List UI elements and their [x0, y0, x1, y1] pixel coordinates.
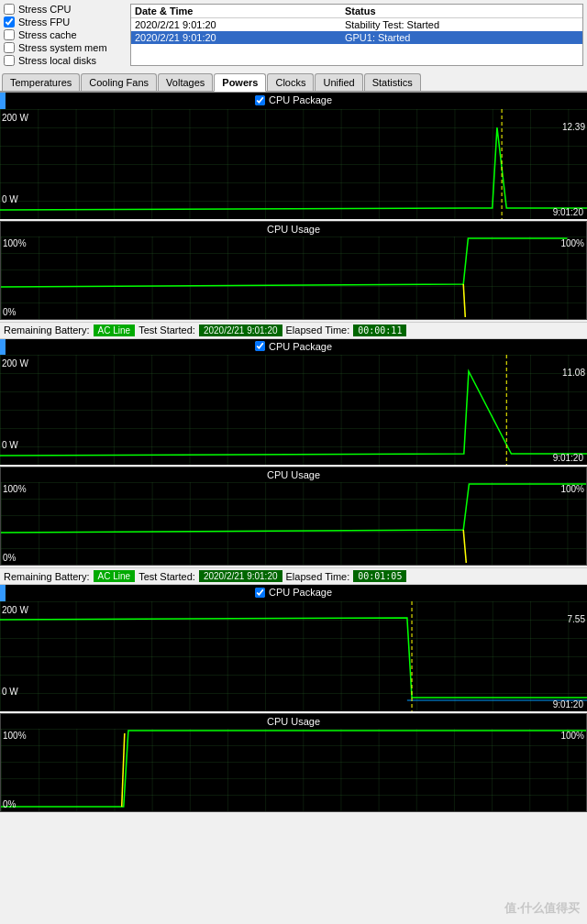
- tab-unified[interactable]: Unified: [315, 73, 362, 91]
- panel-1-power-y-min: 0 W: [2, 194, 18, 204]
- tab-voltages[interactable]: Voltages: [158, 73, 213, 91]
- stress-cpu-label[interactable]: Stress CPU: [4, 4, 123, 15]
- panel-1-elapsed-label: Elapsed Time:: [286, 324, 350, 336]
- panel-2-usage-grid: [1, 482, 586, 565]
- panel-2-usage-y-min: 0%: [3, 553, 16, 563]
- panel-2-elapsed-label: Elapsed Time:: [286, 571, 350, 582]
- panel-2-power-checkbox[interactable]: [255, 341, 265, 351]
- panel-1-power-value: 12.39: [562, 122, 585, 132]
- panel-3-usage-value: 100%: [560, 731, 584, 741]
- panel-2-test-date: 2020/2/21 9:01:20: [199, 570, 282, 582]
- panel-1-power-title-inner: CPU Package: [255, 94, 332, 105]
- panel-1-remaining-label: Remaining Battery:: [4, 324, 90, 336]
- panel-1-power-outer: CPU Package 200 W: [0, 93, 587, 219]
- log-row-2[interactable]: 2020/2/21 9:01:20 GPU1: Started: [131, 31, 582, 44]
- panel-1-test-started-label: Test Started:: [138, 324, 195, 336]
- panel-3-power-y-max: 200 W: [2, 605, 28, 615]
- panel-2-ac-line: AC Line: [94, 570, 136, 582]
- panel-3-power-time: 9:01:20: [553, 699, 583, 710]
- panel-3-power-title-inner: CPU Package: [255, 587, 332, 598]
- panel-1-test-date: 2020/2/21 9:01:20: [199, 324, 282, 336]
- panel-3: CPU Package 200 W: [0, 585, 587, 812]
- svg-rect-3: [0, 355, 587, 465]
- panel-2-power-grid: [0, 355, 587, 465]
- panel-2-power-y-min: 0 W: [2, 440, 18, 450]
- panel-1-status: Remaining Battery: AC Line Test Started:…: [0, 322, 587, 339]
- panel-3-usage-y-min: 0%: [3, 799, 16, 809]
- svg-rect-2: [1, 236, 586, 319]
- panel-2-power-chart: CPU Package 200 W 0 W 11.08 9:0: [0, 339, 587, 466]
- panel-1-usage-grid: [1, 236, 586, 319]
- panel-2-power-time: 9:01:20: [553, 453, 583, 463]
- panel-3-power-grid: [0, 601, 587, 711]
- panel-3-power-checkbox[interactable]: [255, 588, 265, 598]
- panel-3-power-area: 200 W 0 W 7.55 9:01:20: [0, 601, 587, 711]
- stress-cache-checkbox[interactable]: [4, 29, 15, 40]
- tab-powers[interactable]: Powers: [214, 73, 266, 92]
- panel-2-usage-title: CPU Usage: [1, 468, 586, 482]
- log-table: Date & Time Status 2020/2/21 9:01:20 Sta…: [130, 4, 583, 66]
- panel-1-usage-y-max: 100%: [3, 238, 27, 248]
- stress-mem-label[interactable]: Stress system mem: [4, 42, 123, 53]
- stress-options: Stress CPU Stress FPU Stress cache Stres…: [4, 4, 123, 66]
- panel-2-power-title-inner: CPU Package: [255, 341, 332, 352]
- panel-1-power-title: CPU Package: [0, 93, 587, 109]
- stress-cpu-checkbox[interactable]: [4, 4, 15, 15]
- panel-2-power-area: 200 W 0 W 11.08 9:01:20: [0, 355, 587, 465]
- log-row-1[interactable]: 2020/2/21 9:01:20 Stability Test: Starte…: [131, 18, 582, 32]
- panel-1-elapsed-time: 00:00:11: [353, 324, 406, 336]
- panel-1-power-checkbox[interactable]: [255, 95, 265, 105]
- log-datetime-2: 2020/2/21 9:01:20: [131, 31, 341, 44]
- panel-2-power-value: 11.08: [562, 368, 585, 378]
- panel-1-power-grid: [0, 109, 587, 219]
- panel-1-power-y-max: 200 W: [2, 113, 28, 123]
- panel-3-power-title: CPU Package: [0, 585, 587, 601]
- panel-1-usage-panel: CPU Usage 100% 0% 100%: [0, 221, 587, 320]
- tab-bar: Temperatures Cooling Fans Voltages Power…: [0, 72, 587, 93]
- panel-1-power-area: 200 W 0 W 12.39 9:01:20: [0, 109, 587, 219]
- tab-statistics[interactable]: Statistics: [364, 73, 421, 91]
- stress-mem-checkbox[interactable]: [4, 42, 15, 53]
- stress-cache-label[interactable]: Stress cache: [4, 29, 123, 40]
- panel-2-usage-value: 100%: [560, 484, 584, 494]
- panel-1-usage-area: 100% 0% 100%: [1, 236, 586, 319]
- panel-3-power-y-min: 0 W: [2, 687, 18, 697]
- panel-1-usage-title: CPU Usage: [1, 222, 586, 236]
- panel-3-power-label: CPU Package: [269, 587, 332, 598]
- stress-fpu-label[interactable]: Stress FPU: [4, 16, 123, 28]
- tab-clocks[interactable]: Clocks: [267, 73, 314, 91]
- panel-3-power-chart: CPU Package 200 W: [0, 585, 587, 711]
- svg-rect-5: [1, 482, 586, 565]
- stress-fpu-checkbox[interactable]: [4, 16, 15, 28]
- panel-3-power-outer: CPU Package 200 W: [0, 585, 587, 711]
- svg-rect-0: [0, 109, 587, 219]
- panel-2-elapsed-time: 00:01:05: [353, 570, 406, 582]
- panel-2-remaining-label: Remaining Battery:: [4, 571, 90, 582]
- panel-1-power-chart: CPU Package 200 W: [0, 93, 587, 219]
- panel-2-power-label: CPU Package: [269, 341, 332, 352]
- log-status-1: Stability Test: Started: [341, 18, 582, 32]
- log-datetime-1: 2020/2/21 9:01:20: [131, 18, 341, 32]
- tab-temperatures[interactable]: Temperatures: [2, 73, 80, 91]
- panel-3-power-value: 7.55: [568, 614, 585, 624]
- panel-1-power-time: 9:01:20: [553, 207, 583, 217]
- panel-3-usage-panel: CPU Usage 100% 0% 100%: [0, 713, 587, 812]
- panel-1-power-label: CPU Package: [269, 94, 332, 105]
- panel-2: CPU Package 200 W 0 W 11.08 9:0: [0, 339, 587, 586]
- panel-3-usage-area: 100% 0% 100%: [1, 729, 586, 811]
- stress-disks-checkbox[interactable]: [4, 55, 15, 66]
- panel-3-usage-y-max: 100%: [3, 731, 27, 741]
- panel-2-power-outer: CPU Package 200 W 0 W 11.08 9:0: [0, 339, 587, 466]
- panel-2-test-started-label: Test Started:: [138, 571, 195, 582]
- panel-1: CPU Package 200 W: [0, 93, 587, 339]
- stress-disks-label[interactable]: Stress local disks: [4, 55, 123, 66]
- panel-2-usage-panel: CPU Usage 100% 0% 100%: [0, 467, 587, 566]
- panel-2-status: Remaining Battery: AC Line Test Started:…: [0, 567, 587, 585]
- top-panel: Stress CPU Stress FPU Stress cache Stres…: [0, 0, 587, 70]
- tab-cooling-fans[interactable]: Cooling Fans: [81, 73, 157, 91]
- panel-2-usage-y-max: 100%: [3, 484, 27, 494]
- panel-1-ac-line: AC Line: [94, 324, 136, 336]
- panel-3-usage-grid: [1, 729, 586, 811]
- panel-1-usage-value: 100%: [560, 238, 584, 248]
- panel-1-usage-y-min: 0%: [3, 307, 16, 317]
